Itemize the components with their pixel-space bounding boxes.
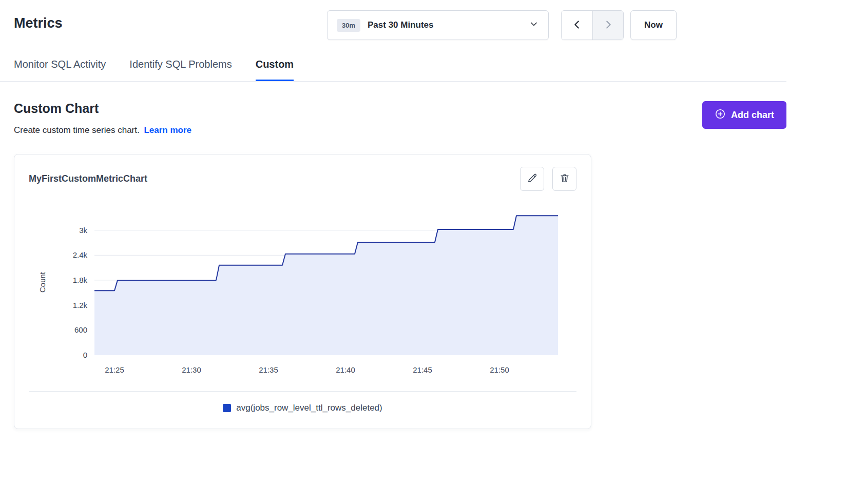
section-title: Custom Chart: [14, 101, 786, 116]
trash-icon: [559, 172, 570, 185]
custom-chart-section-header: Custom Chart Create custom time series c…: [14, 101, 786, 135]
svg-text:21:50: 21:50: [490, 365, 509, 374]
section-description-text: Create custom time series chart.: [14, 125, 140, 135]
time-range-label: Past 30 Minutes: [368, 20, 524, 30]
tab-monitor-sql-activity[interactable]: Monitor SQL Activity: [14, 53, 106, 81]
chevron-left-icon: [571, 19, 583, 32]
tab-custom[interactable]: Custom: [256, 53, 294, 81]
chevron-right-icon: [603, 19, 614, 32]
svg-text:21:30: 21:30: [182, 365, 201, 374]
top-bar: Metrics 30m Past 30 Minutes: [0, 0, 847, 46]
add-chart-button-label: Add chart: [731, 110, 774, 121]
now-button[interactable]: Now: [630, 10, 677, 40]
chevron-down-icon: [529, 19, 539, 31]
pencil-icon: [527, 172, 538, 185]
legend-label: avg(jobs_row_level_ttl_rows_deleted): [236, 403, 382, 413]
page-title: Metrics: [14, 15, 63, 31]
time-controls: 30m Past 30 Minutes Now: [327, 10, 677, 40]
add-chart-button[interactable]: Add chart: [702, 101, 786, 129]
previous-range-button[interactable]: [562, 11, 592, 40]
svg-text:600: 600: [74, 325, 87, 334]
svg-text:21:40: 21:40: [336, 365, 355, 374]
chart-card-header: MyFirstCustomMetricChart: [29, 167, 576, 191]
time-pager: [561, 10, 624, 40]
svg-text:3k: 3k: [79, 226, 87, 235]
next-range-button[interactable]: [592, 11, 623, 40]
legend-swatch: [223, 404, 231, 412]
custom-chart-plot: .tick{font-family:"Liberation Sans",sans…: [29, 202, 575, 382]
svg-text:21:45: 21:45: [413, 365, 432, 374]
svg-text:21:25: 21:25: [105, 365, 124, 374]
section-description: Create custom time series chart. Learn m…: [14, 125, 786, 135]
time-range-badge: 30m: [337, 19, 360, 32]
svg-text:1.8k: 1.8k: [73, 276, 88, 284]
svg-text:1.2k: 1.2k: [73, 301, 88, 309]
plus-circle-icon: [715, 108, 726, 122]
svg-text:2.4k: 2.4k: [73, 250, 88, 259]
learn-more-link[interactable]: Learn more: [144, 125, 191, 135]
chart-area[interactable]: .tick{font-family:"Liberation Sans",sans…: [29, 202, 576, 384]
metrics-page: Metrics 30m Past 30 Minutes: [0, 0, 847, 504]
chart-actions: [520, 167, 576, 191]
chart-legend: avg(jobs_row_level_ttl_rows_deleted): [29, 392, 576, 417]
svg-text:Count: Count: [38, 272, 47, 293]
time-range-select[interactable]: 30m Past 30 Minutes: [327, 10, 549, 40]
svg-text:21:35: 21:35: [259, 365, 278, 374]
delete-chart-button[interactable]: [552, 167, 576, 191]
edit-chart-button[interactable]: [520, 167, 544, 191]
custom-chart-card: MyFirstCustomMetricChart .tick{font-fami…: [14, 154, 591, 429]
metrics-tabs: Monitor SQL Activity Identify SQL Proble…: [0, 53, 786, 82]
tab-identify-sql-problems[interactable]: Identify SQL Problems: [129, 53, 232, 81]
svg-text:0: 0: [83, 351, 87, 359]
chart-title: MyFirstCustomMetricChart: [29, 173, 147, 184]
